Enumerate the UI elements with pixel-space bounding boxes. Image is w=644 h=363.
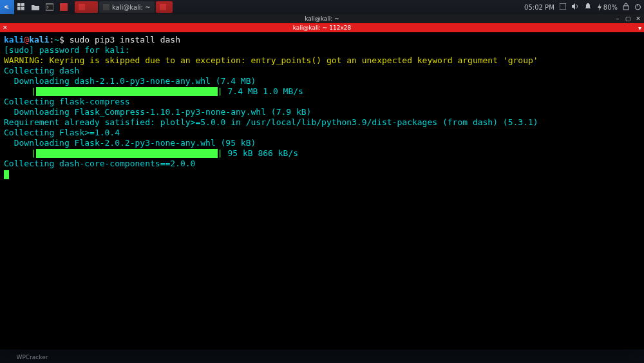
svg-rect-3 xyxy=(21,7,24,10)
bolt-icon xyxy=(597,3,602,11)
task-item[interactable]: kali@kali: ~ xyxy=(99,1,155,13)
volume-button[interactable] xyxy=(571,3,579,12)
tab-close-button[interactable]: ✕ xyxy=(3,25,8,31)
terminal-cursor xyxy=(4,170,9,179)
workspace-icon xyxy=(560,3,566,10)
svg-rect-6 xyxy=(560,3,566,10)
app1-button[interactable] xyxy=(14,0,28,14)
task-label: kali@kali: ~ xyxy=(112,4,151,11)
power-icon xyxy=(634,3,641,10)
battery-pct: 80% xyxy=(603,4,618,11)
window-icon xyxy=(103,4,109,10)
terminal-body[interactable]: kali@kali:~$ sudo pip3 install dash[sudo… xyxy=(0,32,644,349)
clock: 05:02 PM xyxy=(524,4,554,11)
terminal-icon xyxy=(46,3,53,11)
notifications-button[interactable] xyxy=(584,3,592,12)
task-item[interactable] xyxy=(156,1,173,13)
terminal-window: kali@kali: ~ – ▢ ✕ ✕ kali@kali: ~ 112x28… xyxy=(0,14,644,349)
maximize-button[interactable]: ▢ xyxy=(625,15,631,22)
minimize-button[interactable]: – xyxy=(614,15,621,22)
close-button[interactable]: ✕ xyxy=(635,15,641,22)
app2-button[interactable] xyxy=(57,0,71,14)
svg-rect-5 xyxy=(60,3,68,11)
lock-icon xyxy=(623,3,629,10)
task-item[interactable] xyxy=(75,1,98,13)
terminal-button[interactable] xyxy=(43,0,57,14)
kali-menu-button[interactable] xyxy=(0,0,14,14)
speaker-icon xyxy=(571,3,579,10)
tab-title: kali@kali: ~ 112x28 xyxy=(293,25,351,31)
svg-rect-2 xyxy=(17,7,21,10)
bell-icon xyxy=(584,3,592,10)
task-list: kali@kali: ~ xyxy=(75,1,173,13)
window-icon xyxy=(160,4,166,10)
window-titlebar[interactable]: kali@kali: ~ – ▢ ✕ xyxy=(0,14,644,23)
window-icon xyxy=(79,4,85,10)
boxes-icon xyxy=(17,3,25,11)
window-title: kali@kali: ~ xyxy=(305,15,339,22)
files-button[interactable] xyxy=(28,0,43,14)
dragon-icon xyxy=(3,3,11,11)
top-taskbar: kali@kali: ~ 05:02 PM 80% xyxy=(0,0,644,14)
svg-rect-0 xyxy=(17,3,21,6)
folder-icon xyxy=(32,3,39,11)
svg-rect-7 xyxy=(623,6,629,10)
lock-button[interactable] xyxy=(623,3,629,12)
terminal-tabbar: ✕ kali@kali: ~ 112x28 ▾ xyxy=(0,23,644,32)
workspace-switcher[interactable] xyxy=(560,3,566,11)
app-icon xyxy=(60,3,68,11)
power-button[interactable] xyxy=(634,3,641,12)
battery-indicator[interactable]: 80% xyxy=(597,3,618,11)
svg-rect-4 xyxy=(46,4,53,10)
tab-add-button[interactable]: ▾ xyxy=(638,25,641,32)
svg-rect-1 xyxy=(21,3,24,6)
